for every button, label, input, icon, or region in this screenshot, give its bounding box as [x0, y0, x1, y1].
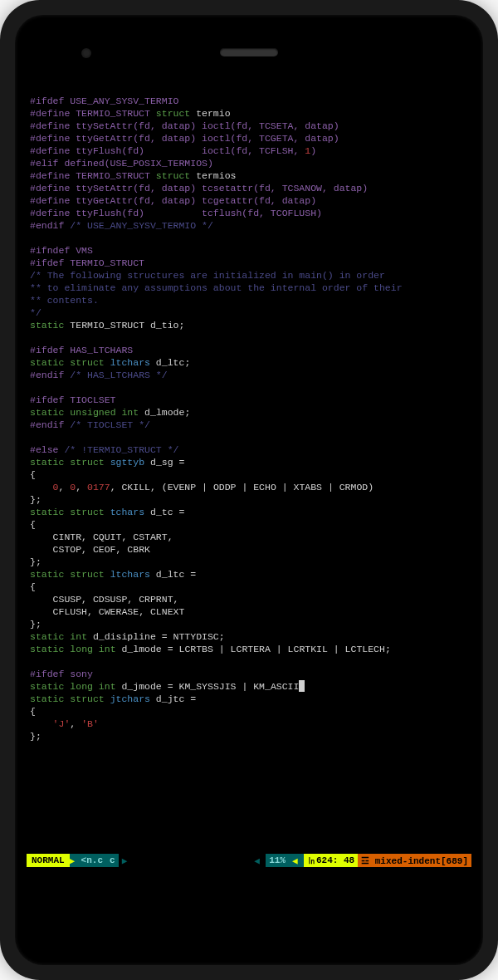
- code-line[interactable]: static long int d_jmode = KM_SYSSJIS | K…: [30, 680, 468, 693]
- cursor: [299, 680, 305, 692]
- code-line[interactable]: static struct jtchars d_jtc =: [30, 693, 468, 705]
- code-line[interactable]: #ifdef TIOCLSET: [30, 394, 468, 406]
- code-line[interactable]: #define ttyGetAttr(fd, datap) ioctl(fd, …: [30, 132, 468, 145]
- separator-icon: ◀: [289, 854, 304, 867]
- position-segment: ㏑ 624: 48: [304, 854, 358, 867]
- phone-frame: #ifdef USE_ANY_SYSV_TERMIO#define TERMIO…: [0, 0, 498, 980]
- code-line[interactable]: static TERMIO_STRUCT d_tio;: [30, 319, 468, 331]
- code-line[interactable]: #define ttyGetAttr(fd, datap) tcgetattr(…: [30, 194, 468, 207]
- code-line[interactable]: 'J', 'B': [30, 718, 468, 730]
- code-line[interactable]: 0, 0, 0177, CKILL, (EVENP | ODDP | ECHO …: [30, 481, 468, 493]
- vim-status-bar: NORMAL ▶ <n.c c ▶ ◀ 11% ◀ ㏑ 624: 48 ☲ mi…: [27, 854, 471, 867]
- code-line[interactable]: {: [30, 468, 468, 481]
- code-line[interactable]: };: [30, 493, 468, 506]
- code-line[interactable]: [30, 331, 468, 344]
- code-line[interactable]: /* The following structures are initiali…: [30, 269, 468, 282]
- code-line[interactable]: #elif defined(USE_POSIX_TERMIOS): [30, 157, 468, 169]
- filename-segment: <n.c: [78, 854, 106, 867]
- code-line[interactable]: CINTR, CQUIT, CSTART,: [30, 531, 468, 543]
- code-line[interactable]: static struct sgttyb d_sg =: [30, 456, 468, 468]
- filetype-segment: c: [106, 854, 119, 867]
- code-line[interactable]: #endif /* HAS_LTCHARS */: [30, 369, 468, 381]
- code-line[interactable]: static unsigned int d_lmode;: [30, 406, 468, 419]
- code-line[interactable]: static struct tchars d_tc =: [30, 506, 468, 518]
- code-line[interactable]: #ifdef TERMIO_STRUCT: [30, 257, 468, 269]
- code-line[interactable]: #endif /* TIOCLSET */: [30, 419, 468, 431]
- code-line[interactable]: ** contents.: [30, 294, 468, 306]
- separator-icon: ▶: [119, 854, 134, 867]
- speaker-icon: [220, 48, 278, 56]
- code-line[interactable]: #define ttyFlush(fd) tcflush(fd, TCOFLUS…: [30, 207, 468, 219]
- code-editor[interactable]: #ifdef USE_ANY_SYSV_TERMIO#define TERMIO…: [27, 88, 471, 749]
- code-line[interactable]: ** to eliminate any assumptions about th…: [30, 282, 468, 294]
- separator-icon: ▶: [70, 854, 78, 867]
- status-spacer: [134, 854, 251, 867]
- code-line[interactable]: static long int d_lmode = LCRTBS | LCRTE…: [30, 643, 468, 655]
- code-line[interactable]: [30, 381, 468, 394]
- line-col: 624: 48: [316, 855, 354, 865]
- code-line[interactable]: */: [30, 306, 468, 319]
- lineno-icon: ㏑: [307, 855, 316, 867]
- code-line[interactable]: CFLUSH, CWERASE, CLNEXT: [30, 605, 468, 618]
- code-line[interactable]: static struct ltchars d_ltc;: [30, 356, 468, 369]
- code-line[interactable]: static struct ltchars d_ltc =: [30, 568, 468, 581]
- code-line[interactable]: #endif /* USE_ANY_SYSV_TERMIO */: [30, 219, 468, 232]
- code-line[interactable]: static int d_disipline = NTTYDISC;: [30, 630, 468, 643]
- code-line[interactable]: {: [30, 518, 468, 531]
- code-line[interactable]: #define ttySetAttr(fd, datap) ioctl(fd, …: [30, 120, 468, 132]
- code-line[interactable]: #else /* !TERMIO_STRUCT */: [30, 443, 468, 456]
- warning-segment: ☲ mixed-indent[689]: [358, 854, 471, 867]
- code-line[interactable]: {: [30, 581, 468, 593]
- percent-segment: 11%: [266, 854, 289, 867]
- code-line[interactable]: #ifndef VMS: [30, 244, 468, 257]
- code-line[interactable]: };: [30, 730, 468, 742]
- code-line[interactable]: };: [30, 618, 468, 630]
- code-line[interactable]: #define TERMIO_STRUCT struct termio: [30, 107, 468, 120]
- mode-indicator: NORMAL: [27, 854, 70, 867]
- code-line[interactable]: CSUSP, CDSUSP, CRPRNT,: [30, 593, 468, 605]
- code-line[interactable]: #ifdef USE_ANY_SYSV_TERMIO: [30, 95, 468, 107]
- code-line[interactable]: #ifdef HAS_LTCHARS: [30, 344, 468, 356]
- code-line[interactable]: };: [30, 556, 468, 568]
- code-line[interactable]: #define ttyFlush(fd) ioctl(fd, TCFLSH, 1…: [30, 145, 468, 157]
- code-line[interactable]: [30, 431, 468, 443]
- phone-bezel: #ifdef USE_ANY_SYSV_TERMIO#define TERMIO…: [15, 15, 483, 965]
- separator-icon: ◀: [251, 854, 266, 867]
- terminal-screen[interactable]: #ifdef USE_ANY_SYSV_TERMIO#define TERMIO…: [27, 88, 471, 892]
- code-line[interactable]: CSTOP, CEOF, CBRK: [30, 543, 468, 556]
- code-line[interactable]: #define ttySetAttr(fd, datap) tcsetattr(…: [30, 182, 468, 194]
- code-line[interactable]: [30, 655, 468, 668]
- code-line[interactable]: {: [30, 705, 468, 718]
- code-line[interactable]: #define TERMIO_STRUCT struct termios: [30, 169, 468, 182]
- camera-icon: [81, 48, 91, 58]
- code-line[interactable]: [30, 232, 468, 244]
- code-line[interactable]: #ifdef sony: [30, 668, 468, 680]
